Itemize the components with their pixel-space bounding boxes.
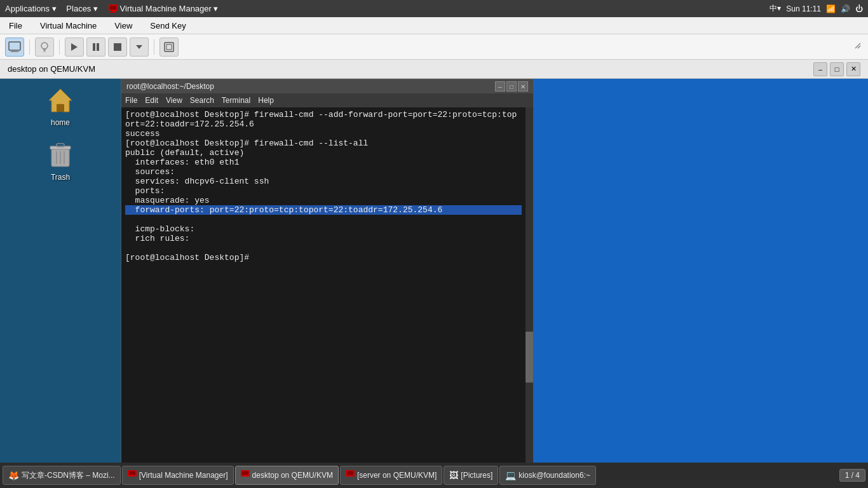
pause-icon: [91, 42, 101, 52]
taskbar-item-virt-manager[interactable]: [Virtual Machine Manager]: [122, 466, 234, 485]
system-bar: Applications ▾ Places ▾ Virtual Machine …: [0, 0, 868, 17]
main-area: home Trash: [0, 79, 868, 482]
language-indicator[interactable]: 中▾: [770, 3, 781, 14]
terminal-body[interactable]: [root@localhost Desktop]# firewall-cmd -…: [121, 107, 526, 481]
display-button[interactable]: [5, 37, 24, 57]
terminal-controls: – □ ✕: [495, 81, 528, 92]
svg-marker-10: [71, 43, 78, 51]
terminal-menubar: File Edit View Search Terminal Help: [121, 93, 533, 107]
svg-rect-18: [57, 104, 64, 112]
taskbar-label-virt-manager: [Virtual Machine Manager]: [139, 471, 228, 480]
terminal-taskbar-icon: 💻: [505, 470, 516, 480]
svg-rect-12: [97, 43, 99, 51]
terminal-window: root@localhost:~/Desktop – □ ✕ File Edit…: [121, 79, 534, 482]
svg-rect-1: [110, 6, 116, 10]
terminal-search-menu[interactable]: Search: [190, 96, 214, 105]
vm-small-icon-2: [241, 470, 250, 479]
svg-rect-16: [166, 44, 172, 50]
trash-bin-icon: [48, 141, 73, 169]
terminal-terminal-menu[interactable]: Terminal: [222, 96, 250, 105]
taskbar-right: 1 / 4: [839, 469, 865, 482]
svg-rect-30: [347, 471, 353, 475]
home-label: home: [51, 118, 70, 127]
taskbar: 🦊 写文章-CSDN博客 – Mozi... [Virtual Machine …: [0, 463, 868, 488]
send-key-menu[interactable]: Send Key: [146, 20, 189, 32]
terminal-highlighted-line: forward-ports: port=22:proto=tcp:toport=…: [125, 205, 522, 215]
vm-small-icon-3: [346, 470, 355, 479]
page-indicator: 1 / 4: [839, 469, 865, 482]
svg-rect-4: [9, 42, 20, 50]
terminal-titlebar: root@localhost:~/Desktop – □ ✕: [121, 79, 533, 93]
lightbulb-icon: [39, 41, 50, 53]
desktop-qemu-icon: [241, 470, 250, 481]
virt-titlebar: desktop on QEMU/KVM – □ ✕: [0, 60, 868, 79]
places-menu[interactable]: Places: [66, 4, 91, 13]
taskbar-item-server-qemu[interactable]: [server on QEMU/KVM]: [340, 466, 442, 485]
taskbar-label-desktop-qemu: desktop on QEMU/KVM: [252, 471, 333, 480]
app-menubar: File Virtual Machine View Send Key: [0, 17, 868, 34]
svg-rect-11: [93, 43, 95, 51]
divider-1: [29, 39, 30, 55]
house-icon: [46, 86, 74, 114]
terminal-minimize-button[interactable]: –: [495, 81, 505, 92]
lightbulb-button[interactable]: [35, 37, 54, 57]
server-qemu-icon: [346, 470, 355, 481]
virt-restore-button[interactable]: □: [830, 62, 844, 76]
stop-button[interactable]: [108, 37, 127, 57]
terminal-wrapper: [root@localhost Desktop]# firewall-cmd -…: [121, 107, 533, 481]
taskbar-item-desktop-qemu[interactable]: desktop on QEMU/KVM: [235, 466, 339, 485]
play-button[interactable]: [65, 37, 84, 57]
terminal-scroll-thumb[interactable]: [526, 332, 533, 383]
vm-manager-menu[interactable]: Virtual Machine Manager: [120, 4, 212, 13]
view-menu[interactable]: View: [111, 20, 136, 32]
trash-icon: [45, 140, 76, 170]
stop-icon: [112, 42, 123, 52]
terminal-help-menu[interactable]: Help: [258, 96, 274, 105]
places-arrow: ▾: [93, 4, 98, 13]
terminal-scrollbar[interactable]: [526, 107, 533, 481]
vm-manager-icon: [108, 4, 118, 14]
trash-label: Trash: [51, 173, 70, 182]
fullscreen-button[interactable]: [159, 37, 179, 57]
svg-rect-3: [110, 12, 116, 13]
svg-rect-15: [165, 43, 173, 51]
svg-rect-2: [111, 11, 115, 12]
taskbar-item-firefox[interactable]: 🦊 写文章-CSDN博客 – Mozi...: [3, 466, 121, 485]
divider-2: [59, 39, 60, 55]
file-menu[interactable]: File: [5, 20, 26, 32]
virt-close-button[interactable]: ✕: [846, 62, 860, 76]
taskbar-label-server-qemu: [server on QEMU/KVM]: [357, 471, 437, 480]
virtual-machine-menu[interactable]: Virtual Machine: [36, 20, 100, 32]
monitor-icon: [8, 41, 21, 53]
applications-menu[interactable]: Applications: [5, 4, 50, 13]
vm-small-icon: [128, 470, 137, 479]
virt-minimize-button[interactable]: –: [813, 62, 827, 76]
terminal-restore-button[interactable]: □: [506, 81, 517, 92]
terminal-close-button[interactable]: ✕: [518, 81, 528, 92]
divider-3: [154, 39, 154, 55]
home-desktop-icon[interactable]: home: [35, 85, 86, 127]
wifi-icon: 📶: [826, 4, 836, 13]
terminal-edit-menu[interactable]: Edit: [145, 96, 158, 105]
terminal-file-menu[interactable]: File: [125, 96, 137, 105]
terminal-view-menu[interactable]: View: [166, 96, 182, 105]
toolbar: [0, 34, 868, 60]
taskbar-item-terminal[interactable]: 💻 kiosk@foundation6:~: [499, 466, 596, 485]
dropdown-button[interactable]: [130, 37, 149, 57]
trash-desktop-icon[interactable]: Trash: [35, 140, 86, 182]
taskbar-label-terminal: kiosk@foundation6:~: [519, 471, 590, 480]
resize-handle[interactable]: [853, 41, 863, 53]
taskbar-label-firefox: 写文章-CSDN博客 – Mozi...: [22, 470, 115, 481]
pictures-icon: 🖼: [449, 470, 458, 480]
svg-rect-13: [114, 43, 121, 51]
chevron-down-icon: [135, 43, 143, 51]
svg-rect-5: [11, 50, 18, 51]
app-menu-arrow: ▾: [52, 4, 57, 13]
virt-manager-taskbar-icon: [128, 470, 137, 481]
power-icon[interactable]: ⏻: [855, 4, 863, 13]
system-bar-left: Applications ▾ Places ▾ Virtual Machine …: [5, 4, 218, 14]
taskbar-item-pictures[interactable]: 🖼 [Pictures]: [444, 466, 498, 485]
taskbar-label-pictures: [Pictures]: [461, 471, 492, 480]
pause-button[interactable]: [86, 37, 105, 57]
volume-icon: 🔊: [841, 4, 850, 13]
